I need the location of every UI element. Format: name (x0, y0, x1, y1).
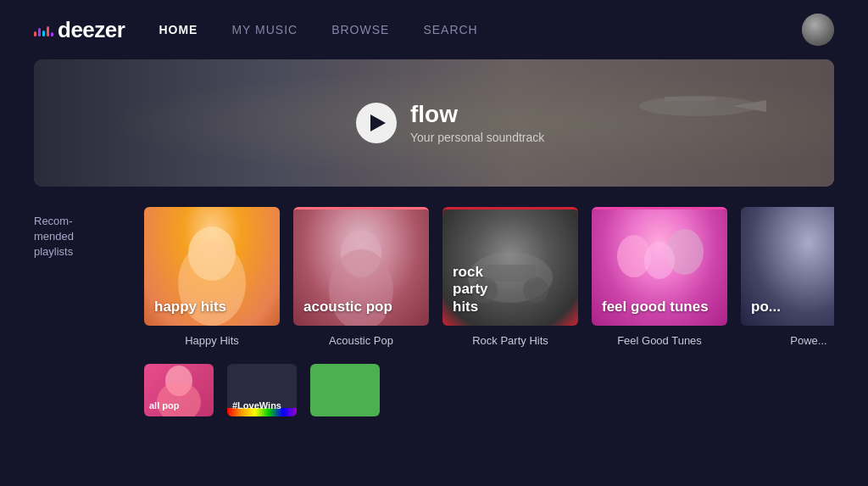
flow-play-button[interactable] (356, 103, 397, 143)
playlist-cover-feelgood: feel good tunes (592, 207, 727, 326)
mini-cover-text-allpop: all pop (149, 400, 179, 411)
nav-search[interactable]: SEARCH (423, 23, 477, 36)
hero-banner: flow Your personal soundtrack (34, 59, 834, 187)
playlists-row: happy hits Happy Hits acoustic pop Acous… (144, 207, 834, 347)
nav-browse[interactable]: BROWSE (331, 23, 389, 36)
mini-covers-row: all pop #LoveWins (144, 364, 380, 416)
playlist-cover-rock: rockpartyhits (442, 207, 578, 326)
avatar[interactable] (802, 14, 834, 46)
hero-decoration (597, 76, 766, 144)
playlist-name-acoustic: Acoustic Pop (329, 334, 393, 347)
logo-text: deezer (58, 17, 125, 43)
recommended-section: Recom-mendedplaylists happy hits Happy H… (34, 207, 834, 347)
nav-home[interactable]: HOME (159, 23, 198, 36)
playlist-cover-happy: happy hits (144, 207, 280, 326)
mini-cover-allpop[interactable]: all pop (144, 364, 214, 416)
nav-links: HOME MY MUSIC BROWSE SEARCH (159, 23, 802, 36)
hero-subtitle: Your personal soundtrack (410, 131, 544, 144)
svg-rect-3 (665, 97, 715, 101)
second-section-label (34, 364, 127, 416)
playlist-rock-party-hits[interactable]: rockpartyhits Rock Party Hits (442, 207, 578, 347)
svg-rect-11 (485, 265, 536, 282)
playlist-power[interactable]: po... Powe... (741, 207, 834, 347)
playlist-name-happy: Happy Hits (185, 334, 239, 347)
playlist-happy-hits[interactable]: happy hits Happy Hits (144, 207, 280, 347)
avatar-image (802, 14, 834, 46)
navbar: deezer HOME MY MUSIC BROWSE SEARCH (0, 0, 868, 59)
nav-mymusic[interactable]: MY MUSIC (231, 23, 298, 36)
playlist-cover-text-feelgood: feel good tunes (602, 299, 709, 316)
mini-cover-green[interactable] (310, 364, 380, 416)
playlist-acoustic-pop[interactable]: acoustic pop Acoustic Pop (293, 207, 429, 347)
playlist-name-feelgood: Feel Good Tunes (617, 334, 702, 347)
play-icon (370, 115, 386, 131)
playlist-cover-text-rock: rockpartyhits (453, 264, 488, 316)
hero-text: flow Your personal soundtrack (410, 102, 544, 145)
mini-cover-text-lovewins: #LoveWins (232, 400, 281, 411)
second-row-section: all pop #LoveWins (34, 364, 834, 416)
hero-title: flow (410, 102, 544, 128)
section-label: Recom-mendedplaylists (34, 207, 127, 347)
svg-point-1 (648, 99, 715, 113)
playlist-name-power: Powe... (790, 334, 826, 347)
logo[interactable]: deezer (34, 17, 125, 43)
playlist-cover-text-power: po... (751, 299, 781, 316)
mini-cover-lovewins[interactable]: #LoveWins (227, 364, 297, 416)
playlist-cover-text-acoustic: acoustic pop (303, 299, 392, 316)
playlist-cover-acoustic: acoustic pop (293, 207, 429, 326)
playlist-cover-text-happy: happy hits (154, 299, 226, 316)
playlist-cover-power: po... (741, 207, 834, 326)
hero-content: flow Your personal soundtrack (356, 102, 544, 145)
logo-icon (34, 23, 53, 36)
svg-point-14 (644, 242, 675, 279)
playlist-name-rock: Rock Party Hits (472, 334, 548, 347)
playlist-feel-good-tunes[interactable]: feel good tunes Feel Good Tunes (592, 207, 727, 347)
